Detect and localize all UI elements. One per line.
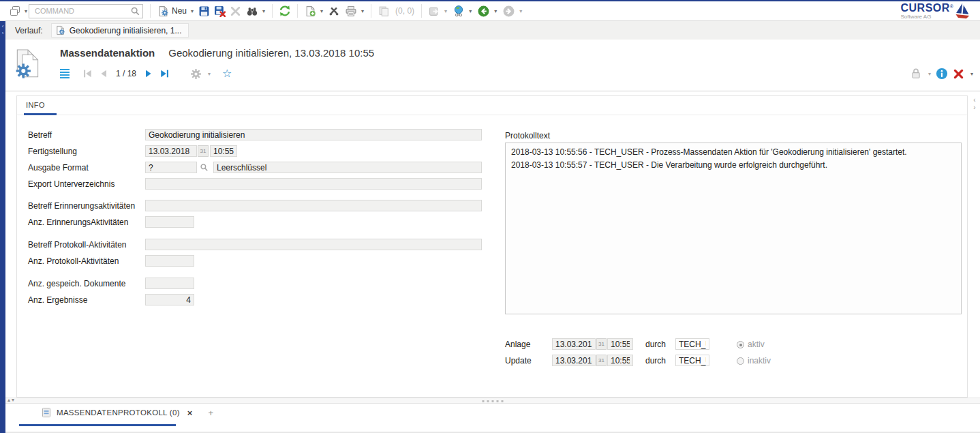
navigate-back-caret[interactable]: ▾ <box>494 8 497 14</box>
logo-subtitle: Software AG <box>900 14 953 20</box>
menu-icon[interactable] <box>59 68 71 80</box>
tab-info[interactable]: INFO <box>26 101 45 109</box>
window-switcher-caret[interactable]: ▾ <box>25 8 27 14</box>
lock-icon[interactable] <box>910 68 922 80</box>
toolbar-separator <box>371 4 371 18</box>
window-switcher-icon[interactable] <box>7 3 23 18</box>
panel-collapse-left-icon[interactable]: ‹ <box>0 23 5 30</box>
betreff-label: Betreff <box>28 130 52 140</box>
tab-massendatenprotokoll[interactable]: MASSENDATENPROTOKOLL (0) × + <box>41 407 213 418</box>
anz-ergebnisse-label: Anz. Ergebnisse <box>28 295 87 305</box>
navigate-forward-caret[interactable]: ▾ <box>519 8 522 14</box>
export-caret[interactable]: ▾ <box>444 8 447 14</box>
record-title: Geokodierung initialisieren, 13.03.2018 … <box>168 47 374 59</box>
search-records-caret[interactable]: ▾ <box>262 8 265 14</box>
log-line: 2018-03-13 10:55:56 - TECH_USER - Prozes… <box>511 146 955 159</box>
lock-caret[interactable]: ▾ <box>928 71 931 77</box>
protokolltext-label: Protokolltext <box>505 131 550 140</box>
refresh-button[interactable] <box>277 3 293 18</box>
inaktiv-radio[interactable] <box>737 357 744 365</box>
history-item[interactable]: Geokodierung initialisieren, 1... <box>51 23 189 38</box>
history-label: Verlauf: <box>15 26 43 35</box>
fertigstellung-calendar-button[interactable]: 31 <box>198 145 209 157</box>
right-panel-collapse-right-icon[interactable]: › <box>970 104 979 111</box>
command-box <box>29 4 143 18</box>
anlage-calendar-button[interactable]: 31 <box>596 338 607 350</box>
document-plus-icon <box>305 5 316 17</box>
betreff-input[interactable] <box>145 129 482 140</box>
globe-icon <box>453 5 465 17</box>
bottom-tab-close-icon[interactable]: × <box>187 408 193 418</box>
protokolltext-area[interactable]: 2018-03-13 10:55:56 - TECH_USER - Prozes… <box>505 143 962 314</box>
anz-gespeich-dokumente-label: Anz. gespeich. Dokumente <box>28 279 125 288</box>
save-button[interactable] <box>196 4 212 18</box>
bottom-tab-add-icon[interactable]: + <box>208 408 213 418</box>
delete-button[interactable] <box>228 4 243 18</box>
print-button[interactable]: ▾ <box>342 4 367 18</box>
new-button-caret[interactable]: ▾ <box>191 8 194 14</box>
anz-protokoll-aktivitaeten-label: Anz. Protokoll-Aktivitäten <box>28 256 119 266</box>
export-unterverzeichnis-input[interactable] <box>145 178 482 190</box>
anz-ergebnisse-input[interactable] <box>145 294 194 305</box>
update-date-input[interactable] <box>552 355 596 366</box>
last-record-button[interactable] <box>159 68 171 79</box>
betreff-protokoll-aktivitaeten-input[interactable] <box>145 239 482 250</box>
anz-erinnerungsaktivitaeten-label: Anz. ErinnerungsAktivitäten <box>28 218 128 227</box>
fertigstellung-date-input[interactable] <box>145 145 197 157</box>
tools-button[interactable] <box>326 4 342 18</box>
close-record-icon[interactable] <box>953 68 964 80</box>
add-document-button[interactable]: ▾ <box>302 4 326 18</box>
update-user-input[interactable] <box>675 355 709 366</box>
aktiv-radio[interactable] <box>737 341 744 348</box>
update-time-input[interactable] <box>607 355 633 366</box>
ausgabe-format-value-input[interactable] <box>213 162 482 173</box>
close-record-caret[interactable]: ▾ <box>970 71 973 77</box>
right-panel-collapse-left-icon[interactable]: ‹ <box>970 96 979 104</box>
betreff-erinnerungsaktivitaeten-input[interactable] <box>145 200 482 211</box>
add-document-caret[interactable]: ▾ <box>320 8 323 14</box>
favorite-star-icon[interactable]: ☆ <box>222 68 232 79</box>
delete-x-icon <box>230 5 241 17</box>
info-icon[interactable] <box>936 68 948 80</box>
ausgabe-format-key-input[interactable] <box>145 162 197 173</box>
aktiv-radio-label: aktiv <box>748 340 765 349</box>
anz-protokoll-aktivitaeten-input[interactable] <box>145 255 194 267</box>
navigate-back-button[interactable]: ▾ <box>474 3 500 19</box>
update-calendar-button[interactable]: 31 <box>596 355 607 366</box>
ausgabe-format-lookup-icon[interactable] <box>200 163 209 172</box>
anz-gespeich-dokumente-input[interactable] <box>145 278 194 289</box>
record-header: Massendatenaktion Geokodierung initialis… <box>5 40 980 91</box>
anlage-time-input[interactable] <box>607 338 633 350</box>
anlage-date-input[interactable] <box>552 338 596 350</box>
record-settings-caret[interactable]: ▾ <box>208 71 211 77</box>
splitter-drag-handle[interactable] <box>483 400 504 402</box>
splitter-collapse-down-icon[interactable]: ▾ <box>12 397 16 403</box>
export-button[interactable]: ▾ <box>426 4 450 18</box>
search-icon[interactable] <box>130 6 140 16</box>
betreff-erinnerungsaktivitaeten-label: Betreff Erinnerungsaktivitäten <box>28 201 135 211</box>
new-record-button[interactable]: Neu ▾ <box>155 4 196 18</box>
web-user-button[interactable]: ▾ <box>450 3 474 18</box>
search-records-button[interactable]: ▾ <box>243 4 268 18</box>
horizontal-splitter[interactable]: ▴▾ <box>5 398 980 404</box>
pager-position: 1 / 18 <box>116 69 136 78</box>
main-toolbar: ▾ Neu ▾ <box>0 1 980 21</box>
anz-erinnerungsaktivitaeten-input[interactable] <box>145 216 194 228</box>
fertigstellung-label: Fertigstellung <box>28 147 77 156</box>
save-and-close-button[interactable] <box>212 4 228 18</box>
panel-collapse-right-icon[interactable]: › <box>0 30 5 37</box>
protocol-list-icon <box>41 407 52 418</box>
forward-circle-icon <box>502 5 515 18</box>
command-input[interactable] <box>33 6 130 16</box>
anlage-user-input[interactable] <box>675 338 709 350</box>
tools-icon <box>328 5 340 17</box>
print-caret[interactable]: ▾ <box>361 8 364 14</box>
web-user-caret[interactable]: ▾ <box>469 8 472 14</box>
first-record-button[interactable] <box>81 68 93 79</box>
fertigstellung-time-input[interactable] <box>210 145 237 157</box>
navigate-forward-button[interactable]: ▾ <box>500 3 525 19</box>
inaktiv-radio-label: inaktiv <box>748 356 771 365</box>
next-record-button[interactable] <box>143 68 154 79</box>
record-settings-gear-icon[interactable] <box>190 68 202 80</box>
previous-record-button[interactable] <box>98 68 109 79</box>
